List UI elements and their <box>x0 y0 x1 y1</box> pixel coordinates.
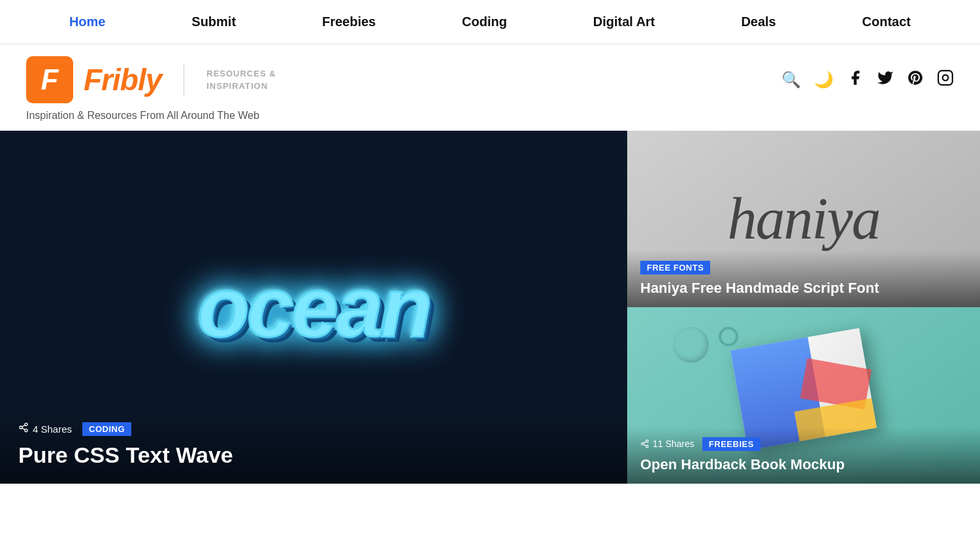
main-content-grid: ocean 4 Shares CODING Pure CSS Text Wave… <box>0 131 980 484</box>
svg-point-9 <box>646 445 649 448</box>
book-card-meta: 11 Shares FREEBIES <box>640 437 967 451</box>
svg-rect-0 <box>938 71 953 85</box>
site-header: F Fribly RESOURCES & INSPIRATION 🔍 🌙 <box>0 44 980 110</box>
share-icon <box>18 422 29 435</box>
darkmode-icon[interactable]: 🌙 <box>814 71 834 89</box>
search-icon[interactable]: 🔍 <box>781 71 801 89</box>
nav-contact[interactable]: Contact <box>849 14 924 29</box>
logo-tagline: RESOURCES & INSPIRATION <box>206 67 276 93</box>
instagram-icon[interactable] <box>937 69 954 90</box>
nav-submit[interactable]: Submit <box>178 14 249 29</box>
logo-name[interactable]: Fribly <box>84 62 161 97</box>
svg-point-7 <box>646 440 649 442</box>
svg-point-8 <box>642 442 644 445</box>
svg-line-11 <box>644 442 646 443</box>
logo-divider <box>184 63 184 96</box>
header-icons: 🔍 🌙 <box>781 69 954 90</box>
svg-line-5 <box>22 428 25 430</box>
font-card-overlay: FREE FONTS Haniya Free Handmade Script F… <box>627 250 980 307</box>
top-navigation: Home Submit Freebies Coding Digital Art … <box>0 0 980 44</box>
font-card-title[interactable]: Haniya Free Handmade Script Font <box>640 280 967 297</box>
site-subtitle: Inspiration & Resources From All Around … <box>0 110 980 131</box>
hero-meta: 4 Shares CODING <box>18 422 609 436</box>
book-badge[interactable]: FREEBIES <box>702 437 760 451</box>
book-card-title[interactable]: Open Hardback Book Mockup <box>640 456 967 473</box>
nav-deals[interactable]: Deals <box>728 14 789 29</box>
logo-area: F Fribly RESOURCES & INSPIRATION <box>26 56 276 103</box>
svg-line-10 <box>644 444 646 446</box>
book-card-overlay: 11 Shares FREEBIES Open Hardback Book Mo… <box>627 427 980 484</box>
hero-share-count: 4 Shares <box>18 422 72 435</box>
twitter-icon[interactable] <box>877 69 894 90</box>
nav-home[interactable]: Home <box>56 14 119 29</box>
hero-badge[interactable]: CODING <box>82 422 131 436</box>
side-cards: haniya FREE FONTS Haniya Free Handmade S… <box>627 131 980 484</box>
side-card-fonts[interactable]: haniya FREE FONTS Haniya Free Handmade S… <box>627 131 980 307</box>
nav-digital-art[interactable]: Digital Art <box>580 14 668 29</box>
hero-title[interactable]: Pure CSS Text Wave <box>18 442 609 468</box>
nav-coding[interactable]: Coding <box>449 14 520 29</box>
svg-point-3 <box>20 426 22 429</box>
font-preview: haniya <box>728 190 880 248</box>
hero-card[interactable]: ocean 4 Shares CODING Pure CSS Text Wave <box>0 131 627 484</box>
svg-line-6 <box>22 425 25 427</box>
hero-text-effect: ocean <box>197 258 430 356</box>
logo-icon[interactable]: F <box>26 56 73 103</box>
facebook-icon[interactable] <box>847 69 864 90</box>
svg-point-4 <box>25 429 27 432</box>
side-card-book[interactable]: 11 Shares FREEBIES Open Hardback Book Mo… <box>627 307 980 484</box>
font-card-meta: FREE FONTS <box>640 261 967 274</box>
pinterest-icon[interactable] <box>907 69 924 90</box>
hero-overlay: 4 Shares CODING Pure CSS Text Wave <box>0 407 627 484</box>
font-badge[interactable]: FREE FONTS <box>640 261 710 274</box>
book-share-count: 11 Shares <box>640 439 694 449</box>
nav-freebies[interactable]: Freebies <box>309 14 389 29</box>
svg-point-2 <box>25 424 27 426</box>
